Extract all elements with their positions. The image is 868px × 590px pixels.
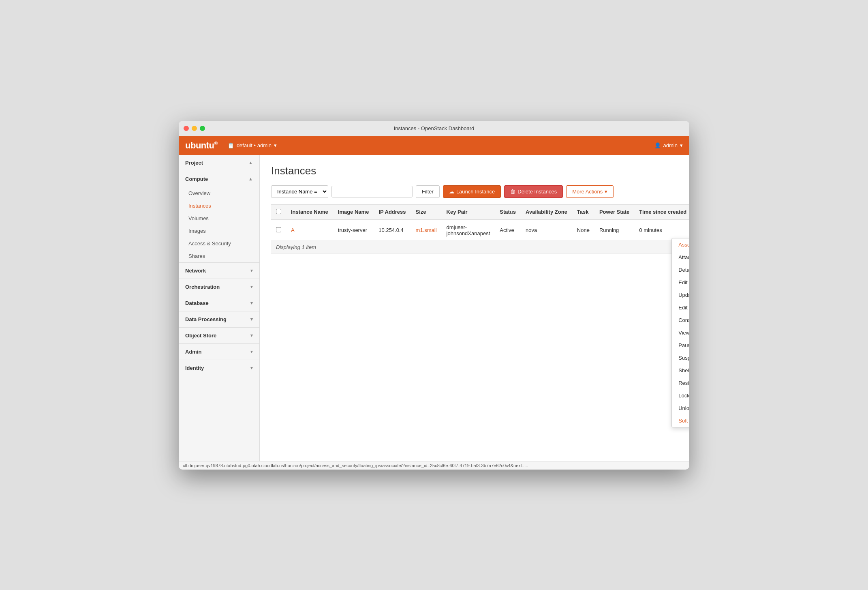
dropdown-item-edit-instance[interactable]: Edit Instance bbox=[672, 276, 689, 289]
sidebar-admin-section: Admin ▾ bbox=[179, 344, 259, 360]
sidebar-object-store-header[interactable]: Object Store ▾ bbox=[179, 328, 259, 343]
sidebar-data-processing-section: Data Processing ▾ bbox=[179, 311, 259, 328]
row-checkbox[interactable] bbox=[276, 227, 281, 232]
displaying-count-row: Displaying 1 item bbox=[271, 240, 689, 253]
dropdown-item-attach-interface[interactable]: Attach Interface bbox=[672, 251, 689, 264]
sidebar-item-access-security[interactable]: Access & Security bbox=[179, 237, 259, 250]
titlebar: Instances - OpenStack Dashboard bbox=[179, 121, 689, 136]
sidebar-data-processing-label: Data Processing bbox=[185, 316, 227, 322]
col-header-power-state: Power State bbox=[594, 204, 634, 220]
sidebar-database-section: Database ▾ bbox=[179, 295, 259, 311]
sidebar-orchestration-label: Orchestration bbox=[185, 284, 220, 290]
more-actions-chevron-icon: ▾ bbox=[605, 189, 607, 195]
dropdown-item-resize-instance[interactable]: Resize Instance bbox=[672, 377, 689, 389]
sidebar-project-header[interactable]: Project ▲ bbox=[179, 155, 259, 171]
sidebar-compute-section: Compute ▲ Overview Instances Volumes Ima… bbox=[179, 171, 259, 263]
page-title: Instances bbox=[271, 165, 678, 177]
dropdown-item-update-metadata[interactable]: Update Metadata bbox=[672, 289, 689, 301]
minimize-button[interactable] bbox=[192, 126, 197, 131]
size-cell: m1.small bbox=[411, 220, 442, 241]
app-window: Instances - OpenStack Dashboard ubuntu® … bbox=[179, 121, 689, 470]
chevron-down-icon: ▾ bbox=[250, 300, 253, 306]
chevron-down-icon: ▾ bbox=[274, 142, 277, 148]
chevron-down-icon: ▾ bbox=[250, 365, 253, 371]
sidebar-item-instances[interactable]: Instances bbox=[179, 200, 259, 212]
toolbar: Instance Name = Filter ☁ Launch Instance… bbox=[271, 185, 678, 198]
col-header-key-pair: Key Pair bbox=[442, 204, 495, 220]
sidebar-database-label: Database bbox=[185, 300, 209, 306]
instance-name-link[interactable]: A bbox=[291, 227, 295, 233]
topnav-user[interactable]: 👤 admin ▾ bbox=[654, 142, 683, 148]
chevron-down-icon: ▾ bbox=[250, 349, 253, 354]
sidebar-orchestration-header[interactable]: Orchestration ▾ bbox=[179, 279, 259, 295]
sidebar-database-header[interactable]: Database ▾ bbox=[179, 295, 259, 311]
window-controls bbox=[184, 126, 205, 131]
chevron-up-icon: ▲ bbox=[248, 160, 253, 165]
status-cell: Active bbox=[495, 220, 521, 241]
dropdown-item-suspend-instance[interactable]: Suspend Instance bbox=[672, 352, 689, 364]
table-row: A trusty-server 10.254.0.4 m1.small dmju… bbox=[271, 220, 689, 241]
delete-instances-button[interactable]: 🗑 Delete Instances bbox=[504, 185, 563, 198]
sidebar-compute-header[interactable]: Compute ▲ bbox=[179, 171, 259, 187]
dropdown-item-view-log[interactable]: View Log bbox=[672, 326, 689, 339]
sidebar-identity-label: Identity bbox=[185, 365, 204, 371]
filter-select[interactable]: Instance Name = bbox=[271, 185, 328, 198]
dropdown-item-soft-reboot-instance[interactable]: Soft Reboot Instance bbox=[672, 414, 689, 427]
image-name-cell: trusty-server bbox=[333, 220, 374, 241]
col-header-time-created: Time since created bbox=[634, 204, 689, 220]
ip-address-cell: 10.254.0.4 bbox=[374, 220, 410, 241]
trash-icon: 🗑 bbox=[510, 189, 515, 195]
sidebar-item-shares[interactable]: Shares bbox=[179, 250, 259, 262]
sidebar-admin-header[interactable]: Admin ▾ bbox=[179, 344, 259, 360]
cloud-icon: ☁ bbox=[449, 189, 454, 195]
maximize-button[interactable] bbox=[200, 126, 205, 131]
displaying-count-cell: Displaying 1 item bbox=[271, 240, 689, 253]
col-header-instance-name: Instance Name bbox=[286, 204, 333, 220]
select-all-header bbox=[271, 204, 286, 220]
sidebar-item-images[interactable]: Images bbox=[179, 225, 259, 237]
sidebar-item-overview[interactable]: Overview bbox=[179, 187, 259, 200]
power-state-cell: Running bbox=[594, 220, 634, 241]
row-checkbox-cell bbox=[271, 220, 286, 241]
user-icon: 👤 bbox=[654, 142, 661, 148]
dropdown-item-pause-instance[interactable]: Pause Instance bbox=[672, 339, 689, 352]
sidebar-identity-header[interactable]: Identity ▾ bbox=[179, 360, 259, 376]
user-label: admin bbox=[663, 142, 678, 148]
dropdown-item-edit-security-groups[interactable]: Edit Security Groups bbox=[672, 301, 689, 314]
dropdown-item-unlock-instance[interactable]: Unlock Instance bbox=[672, 402, 689, 414]
sidebar-data-processing-header[interactable]: Data Processing ▾ bbox=[179, 311, 259, 327]
sidebar-object-store-label: Object Store bbox=[185, 333, 216, 339]
select-all-checkbox[interactable] bbox=[276, 209, 281, 214]
key-pair-cell: dmjuser-johnsondXanapest bbox=[442, 220, 495, 241]
dropdown-item-detach-interface[interactable]: Detach Interface bbox=[672, 264, 689, 276]
topnav: ubuntu® 📋 default • admin ▾ 👤 admin ▾ bbox=[179, 136, 689, 155]
time-created-cell: 0 minutes bbox=[634, 220, 689, 241]
close-button[interactable] bbox=[184, 126, 189, 131]
chevron-down-icon: ▾ bbox=[250, 284, 253, 290]
project-selector[interactable]: 📋 default • admin ▾ bbox=[227, 142, 277, 149]
col-header-availability-zone: Availability Zone bbox=[521, 204, 572, 220]
user-chevron-icon: ▾ bbox=[680, 142, 683, 148]
size-link[interactable]: m1.small bbox=[416, 227, 437, 233]
dropdown-item-shelve-instance[interactable]: Shelve Instance bbox=[672, 364, 689, 377]
action-dropdown-menu: Associate Floating IP Attach Interface D… bbox=[671, 238, 689, 427]
more-actions-button[interactable]: More Actions ▾ bbox=[566, 185, 614, 198]
filter-input[interactable] bbox=[331, 186, 413, 197]
col-header-image-name: Image Name bbox=[333, 204, 374, 220]
col-header-size: Size bbox=[411, 204, 442, 220]
chevron-down-icon: ▾ bbox=[250, 268, 253, 273]
sidebar-item-volumes[interactable]: Volumes bbox=[179, 212, 259, 225]
chevron-down-icon: ▾ bbox=[250, 317, 253, 322]
col-header-ip-address: IP Address bbox=[374, 204, 410, 220]
sidebar-network-section: Network ▾ bbox=[179, 263, 259, 279]
dropdown-item-console[interactable]: Console bbox=[672, 314, 689, 326]
filter-button[interactable]: Filter bbox=[416, 185, 440, 198]
instances-table: Instance Name Image Name IP Address Size… bbox=[271, 204, 689, 254]
sidebar-network-header[interactable]: Network ▾ bbox=[179, 263, 259, 279]
dropdown-item-associate-floating-ip[interactable]: Associate Floating IP bbox=[672, 238, 689, 251]
launch-instance-button[interactable]: ☁ Launch Instance bbox=[443, 185, 501, 198]
window-title: Instances - OpenStack Dashboard bbox=[394, 125, 475, 131]
sidebar-network-label: Network bbox=[185, 268, 206, 274]
dropdown-item-lock-instance[interactable]: Lock Instance bbox=[672, 389, 689, 402]
sidebar-orchestration-section: Orchestration ▾ bbox=[179, 279, 259, 295]
